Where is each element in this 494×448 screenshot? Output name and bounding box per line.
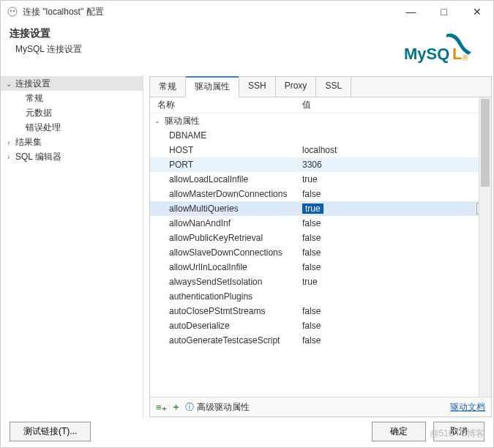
sidebar-item-label: 连接设置 <box>14 78 50 90</box>
scroll-thumb[interactable] <box>481 99 490 187</box>
property-row[interactable]: autoClosePStmtStreamsfalse <box>150 304 491 318</box>
chevron-right-icon[interactable]: › <box>4 138 14 146</box>
main: ⌄连接设置常规元数据错误处理›结果集›SQL 编辑器 常规驱动属性SSHProx… <box>1 75 493 419</box>
svg-text:L: L <box>452 45 462 63</box>
chevron-down-icon[interactable]: ⌄ <box>4 80 14 88</box>
sidebar-item[interactable]: ›SQL 编辑器 <box>1 149 143 164</box>
property-rows: ⌄驱动属性DBNAMEHOSTlocalhostPORT3306allowLoa… <box>150 113 491 377</box>
test-connection-button[interactable]: 测试链接(T)... <box>10 422 91 441</box>
sidebar-item-label: 元数据 <box>24 107 52 119</box>
property-table: 名称 值 ⌄驱动属性DBNAMEHOSTlocalhostPORT3306all… <box>150 97 491 397</box>
property-value[interactable]: false <box>302 262 491 272</box>
footer: 测试链接(T)... 确定 取消 <box>1 422 493 441</box>
header-name[interactable]: 名称 <box>150 99 302 111</box>
property-name: allowSlaveDownConnections <box>150 247 302 258</box>
mysql-logo: MySQ L ® <box>401 27 484 67</box>
property-value[interactable]: localhost <box>302 145 491 155</box>
close-button[interactable]: ✕ <box>460 1 493 23</box>
property-row[interactable]: allowMasterDownConnectionsfalse <box>150 187 491 201</box>
property-row[interactable]: allowPublicKeyRetrievalfalse <box>150 231 491 245</box>
property-name: allowMasterDownConnections <box>150 189 302 199</box>
property-row[interactable]: autoGenerateTestcaseScriptfalse <box>150 333 491 348</box>
app-icon <box>7 6 18 18</box>
tab[interactable]: 驱动属性 <box>186 77 239 97</box>
property-row[interactable]: authenticationPlugins <box>150 289 491 304</box>
tab[interactable]: 常规 <box>150 77 186 97</box>
property-name: allowMultiQueries <box>150 204 302 214</box>
sidebar: ⌄连接设置常规元数据错误处理›结果集›SQL 编辑器 <box>1 75 143 419</box>
titlebar: 连接 "localhost" 配置 — □ ✕ <box>1 1 493 23</box>
sidebar-item[interactable]: 错误处理 <box>1 120 143 135</box>
advanced-props-label: 高级驱动属性 <box>197 401 250 414</box>
sidebar-item[interactable]: ›结果集 <box>1 135 143 149</box>
property-name: DBNAME <box>150 130 302 141</box>
info-icon: ⓘ <box>185 401 194 414</box>
sidebar-item-label: 错误处理 <box>24 122 61 134</box>
tab[interactable]: SSL <box>316 77 351 97</box>
property-value[interactable]: false <box>302 306 491 316</box>
ok-button[interactable]: 确定 <box>372 422 426 441</box>
property-name: autoDeserialize <box>150 321 302 331</box>
property-name: allowLoadLocalInfile <box>150 174 302 184</box>
page-subtitle: MySQL 连接设置 <box>10 43 401 56</box>
property-name: allowUrlInLocalInfile <box>150 262 302 272</box>
property-row[interactable]: allowUrlInLocalInfilefalse <box>150 260 491 275</box>
property-value[interactable]: true <box>302 174 491 184</box>
sidebar-item-label: 常规 <box>24 92 43 105</box>
maximize-button[interactable]: □ <box>427 1 460 23</box>
property-value[interactable]: true <box>302 277 491 287</box>
property-value[interactable]: false <box>302 247 491 258</box>
property-name: autoGenerateTestcaseScript <box>150 335 302 346</box>
property-name: autoClosePStmtStreams <box>150 306 302 316</box>
content-panel: 常规驱动属性SSHProxySSL 名称 值 ⌄驱动属性DBNAMEHOSTlo… <box>149 76 492 417</box>
header: 连接设置 MySQL 连接设置 MySQ L ® <box>1 23 493 75</box>
minimize-button[interactable]: — <box>394 1 427 23</box>
property-value[interactable]: 3306 <box>302 160 491 170</box>
bottom-bar: ≡₊ ＋ ⓘ 高级驱动属性 驱动文档 <box>150 397 491 417</box>
property-name: alwaysSendSetIsolation <box>150 277 302 287</box>
property-value[interactable]: true <box>302 204 491 214</box>
svg-text:MySQ: MySQ <box>404 45 449 63</box>
property-row[interactable]: allowNanAndInffalse <box>150 216 491 231</box>
property-value[interactable]: false <box>302 189 491 199</box>
sidebar-item[interactable]: 元数据 <box>1 105 143 120</box>
tabs: 常规驱动属性SSHProxySSL <box>150 77 491 97</box>
property-row[interactable]: allowLoadLocalInfiletrue <box>150 172 491 187</box>
property-row[interactable]: autoDeserializefalse <box>150 318 491 333</box>
property-value[interactable]: false <box>302 321 491 331</box>
property-value[interactable]: false <box>302 218 491 228</box>
property-row[interactable]: DBNAME <box>150 128 491 143</box>
property-row[interactable]: HOSTlocalhost <box>150 143 491 157</box>
property-row[interactable]: alwaysSendSetIsolationtrue <box>150 275 491 289</box>
group-label: 驱动属性 <box>165 115 200 127</box>
sidebar-item[interactable]: 常规 <box>1 91 143 105</box>
add-icon[interactable]: ＋ <box>171 400 181 414</box>
add-list-icon[interactable]: ≡₊ <box>156 402 167 413</box>
window-title: 连接 "localhost" 配置 <box>23 6 394 18</box>
chevron-right-icon[interactable]: › <box>4 153 14 161</box>
property-value[interactable]: false <box>302 233 491 243</box>
sidebar-item-label: 结果集 <box>14 136 42 149</box>
sidebar-item[interactable]: ⌄连接设置 <box>1 76 143 91</box>
property-name: PORT <box>150 160 302 170</box>
property-value[interactable]: false <box>302 335 491 346</box>
property-group[interactable]: ⌄驱动属性 <box>150 113 491 128</box>
svg-text:®: ® <box>463 54 468 62</box>
svg-point-2 <box>13 10 15 12</box>
sidebar-item-label: SQL 编辑器 <box>14 151 61 163</box>
header-value[interactable]: 值 <box>302 99 491 111</box>
vertical-scrollbar[interactable] <box>479 97 491 397</box>
chevron-down-icon[interactable]: ⌄ <box>154 117 165 124</box>
tab[interactable]: SSH <box>239 77 276 97</box>
property-row[interactable]: PORT3306 <box>150 157 491 172</box>
property-row[interactable]: allowSlaveDownConnectionsfalse <box>150 245 491 260</box>
property-name: allowPublicKeyRetrieval <box>150 233 302 243</box>
svg-point-0 <box>8 7 17 16</box>
property-name: allowNanAndInf <box>150 218 302 228</box>
tab[interactable]: Proxy <box>276 77 317 97</box>
property-row[interactable]: allowMultiQueriestrue⌄ <box>150 201 491 216</box>
property-name: HOST <box>150 145 302 155</box>
property-name: authenticationPlugins <box>150 291 302 302</box>
property-header: 名称 值 <box>150 97 491 113</box>
driver-docs-link[interactable]: 驱动文档 <box>450 401 485 414</box>
